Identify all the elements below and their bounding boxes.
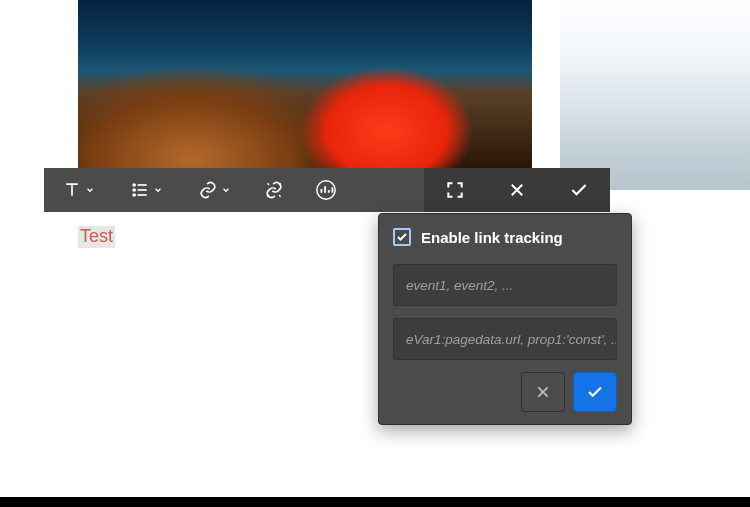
list-icon (130, 180, 150, 200)
chevron-down-icon (153, 185, 163, 195)
evars-input[interactable]: eVar1:pagedata.url, prop1:'const', ... (393, 318, 617, 360)
analytics-button[interactable] (300, 168, 352, 212)
link-dropdown[interactable] (180, 168, 248, 212)
fullscreen-icon (445, 180, 465, 200)
chevron-down-icon (221, 185, 231, 195)
toolbar-right-group (424, 168, 610, 212)
svg-point-0 (133, 184, 135, 186)
enable-tracking-row: Enable link tracking (393, 228, 617, 246)
toolbar-close-button[interactable] (486, 168, 548, 212)
hero-image-snow (560, 0, 750, 190)
close-icon (508, 181, 526, 199)
close-icon (535, 384, 551, 400)
popover-button-row (393, 372, 617, 412)
evars-placeholder: eVar1:pagedata.url, prop1:'const', ... (406, 332, 617, 347)
unlink-button[interactable] (248, 168, 300, 212)
check-icon (569, 180, 589, 200)
unlink-icon (264, 180, 284, 200)
check-icon (586, 383, 604, 401)
enable-tracking-label: Enable link tracking (421, 229, 563, 246)
hero-image-tent (78, 0, 532, 168)
popover-confirm-button[interactable] (573, 372, 617, 412)
link-icon (198, 180, 218, 200)
bottom-bar (0, 497, 750, 507)
rte-toolbar (44, 168, 610, 212)
list-style-dropdown[interactable] (112, 168, 180, 212)
analytics-icon (315, 179, 337, 201)
fullscreen-button[interactable] (424, 168, 486, 212)
events-placeholder: event1, event2, ... (406, 278, 513, 293)
svg-point-2 (133, 194, 135, 196)
sample-text[interactable]: Test (78, 226, 115, 248)
link-tracking-popover: Enable link tracking event1, event2, ...… (378, 213, 632, 425)
text-icon (62, 180, 82, 200)
chevron-down-icon (85, 185, 95, 195)
toolbar-confirm-button[interactable] (548, 168, 610, 212)
enable-tracking-checkbox[interactable] (393, 228, 411, 246)
popover-cancel-button[interactable] (521, 372, 565, 412)
check-icon (396, 231, 408, 243)
svg-point-1 (133, 189, 135, 191)
events-input[interactable]: event1, event2, ... (393, 264, 617, 306)
text-style-dropdown[interactable] (44, 168, 112, 212)
